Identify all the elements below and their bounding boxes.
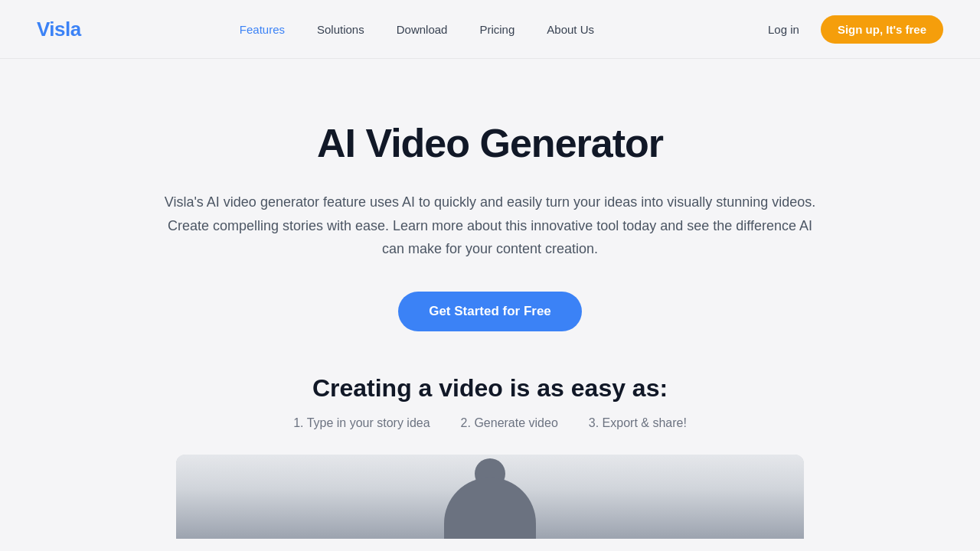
step-3: 3. Export & share!: [589, 416, 687, 430]
navbar: Visla Features Solutions Download Pricin…: [0, 0, 980, 59]
steps-list: 1. Type in your story idea 2. Generate v…: [293, 416, 687, 430]
step-2: 2. Generate video: [461, 416, 558, 430]
logo[interactable]: Visla: [37, 18, 81, 41]
video-preview: [176, 455, 804, 539]
nav-links: Features Solutions Download Pricing Abou…: [227, 17, 606, 42]
nav-link-solutions[interactable]: Solutions: [305, 17, 377, 42]
signup-button[interactable]: Sign up, It's free: [821, 15, 943, 44]
nav-link-pricing[interactable]: Pricing: [467, 17, 527, 42]
video-thumbnail: [176, 455, 804, 539]
nav-link-download[interactable]: Download: [384, 17, 460, 42]
get-started-button[interactable]: Get Started for Free: [398, 292, 582, 331]
step-1: 1. Type in your story idea: [293, 416, 430, 430]
nav-link-about[interactable]: About Us: [534, 17, 606, 42]
nav-actions: Log in Sign up, It's free: [753, 15, 943, 44]
hero-description: Visla's AI video generator feature uses …: [161, 191, 819, 261]
hero-title: AI Video Generator: [317, 120, 663, 166]
steps-title: Creating a video is as easy as:: [312, 374, 668, 403]
login-button[interactable]: Log in: [753, 17, 815, 42]
logo-text: Visla: [37, 18, 81, 41]
main-content: AI Video Generator Visla's AI video gene…: [0, 59, 980, 551]
nav-link-features[interactable]: Features: [227, 17, 297, 42]
